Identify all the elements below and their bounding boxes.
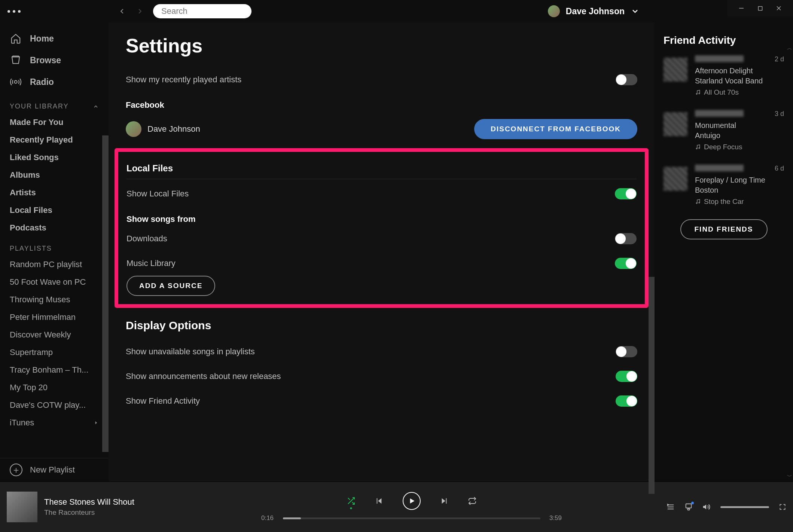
- sidebar-scrollbar[interactable]: [102, 135, 109, 452]
- toggle-downloads[interactable]: [615, 233, 637, 244]
- nav-forward-button[interactable]: [136, 7, 144, 15]
- sidebar-library-item[interactable]: Local Files: [10, 201, 99, 219]
- app-menu-dots[interactable]: [7, 10, 21, 13]
- svg-rect-15: [376, 498, 377, 504]
- setting-label: Show Friend Activity: [126, 396, 200, 406]
- svg-marker-25: [703, 505, 706, 510]
- search-input[interactable]: [161, 6, 264, 16]
- sidebar-library-item[interactable]: Podcasts: [10, 219, 99, 236]
- friend-time: 3 d: [775, 110, 784, 118]
- queue-button[interactable]: [667, 503, 675, 511]
- chevron-up-icon[interactable]: [93, 104, 99, 110]
- local-files-highlight: Local Files Show Local Files Show songs …: [115, 148, 649, 308]
- fullscreen-button[interactable]: [779, 503, 786, 511]
- friend-activity-item[interactable]: Foreplay / Long TimeBostonStop the Car6 …: [664, 165, 784, 206]
- sidebar-library-item[interactable]: Recently Played: [10, 131, 99, 149]
- now-playing-track[interactable]: These Stones Will Shout: [44, 497, 134, 507]
- display-options-header: Display Options: [126, 315, 637, 337]
- friend-track: Afternoon Delight: [695, 66, 784, 76]
- radio-icon: [10, 76, 22, 88]
- toggle-announcements[interactable]: [616, 371, 637, 382]
- player-bar: These Stones Will Shout The Raconteurs 0…: [0, 481, 793, 532]
- search-box[interactable]: [153, 4, 251, 18]
- devices-button[interactable]: [684, 503, 693, 511]
- svg-rect-24: [687, 509, 690, 510]
- facebook-username: Dave Johnson: [147, 124, 200, 134]
- window-minimize-button[interactable]: [738, 4, 745, 12]
- svg-point-12: [696, 203, 697, 204]
- total-time: 3:59: [546, 514, 565, 522]
- sidebar-library-item[interactable]: Artists: [10, 184, 99, 201]
- shuffle-button[interactable]: [347, 496, 356, 505]
- volume-slider[interactable]: [720, 506, 769, 508]
- toggle-friend-activity[interactable]: [616, 395, 637, 407]
- sidebar-playlist-item[interactable]: 50 Foot Wave on PC: [10, 273, 99, 291]
- sidebar-library-item[interactable]: Made For You: [10, 113, 99, 131]
- sidebar-library-item[interactable]: Liked Songs: [10, 149, 99, 166]
- sidebar-playlist-item[interactable]: Dave's COTW play...: [10, 396, 99, 414]
- user-avatar[interactable]: [548, 5, 560, 17]
- play-button[interactable]: [403, 492, 421, 510]
- sidebar-playlist-item[interactable]: Throwing Muses: [10, 291, 99, 308]
- friend-name-blurred: [695, 110, 744, 117]
- nav-back-button[interactable]: [118, 7, 126, 15]
- friend-name-blurred: [695, 55, 744, 62]
- sidebar-playlist-item[interactable]: iTunes: [10, 414, 99, 431]
- toggle-unavailable-songs[interactable]: [616, 346, 637, 357]
- sidebar-playlist-item[interactable]: Supertramp: [10, 343, 99, 361]
- svg-rect-18: [446, 498, 446, 504]
- friend-playlist: Deep Focus: [695, 143, 784, 151]
- previous-button[interactable]: [375, 497, 383, 505]
- window-maximize-button[interactable]: [756, 4, 764, 12]
- sidebar-playlist-item[interactable]: My Top 20: [10, 379, 99, 396]
- friend-track: Monumental: [695, 120, 784, 131]
- friend-activity-item[interactable]: MonumentalAntuigoDeep Focus3 d: [664, 110, 784, 151]
- volume-button[interactable]: [702, 503, 711, 511]
- window-close-button[interactable]: [775, 4, 783, 12]
- sidebar-library-item[interactable]: Albums: [10, 166, 99, 184]
- friend-activity-panel: ︿ Friend Activity Afternoon DelightStarl…: [655, 22, 793, 481]
- sidebar-label: Radio: [30, 77, 54, 87]
- progress-bar[interactable]: [283, 517, 540, 519]
- next-button[interactable]: [440, 497, 448, 505]
- friend-activity-header: Friend Activity: [664, 34, 784, 46]
- friend-playlist: Stop the Car: [695, 198, 784, 206]
- find-friends-button[interactable]: FIND FRIENDS: [680, 219, 768, 239]
- friend-cover: [664, 112, 687, 136]
- repeat-button[interactable]: [468, 496, 477, 505]
- disconnect-facebook-button[interactable]: DISCONNECT FROM FACEBOOK: [474, 119, 637, 139]
- sidebar-playlist-item[interactable]: Discover Weekly: [10, 326, 99, 343]
- sidebar-playlist-item[interactable]: Random PC playlist: [10, 256, 99, 273]
- friend-playlist: All Out 70s: [695, 88, 784, 97]
- toggle-music-library[interactable]: [615, 258, 637, 269]
- toggle-show-recent[interactable]: [616, 74, 637, 85]
- setting-label: Music Library: [126, 259, 176, 268]
- scroll-down-icon[interactable]: ﹀: [787, 473, 792, 480]
- friend-activity-item[interactable]: Afternoon DelightStarland Vocal BandAll …: [664, 55, 784, 97]
- now-playing-artist[interactable]: The Raconteurs: [44, 508, 134, 517]
- user-menu-chevron[interactable]: [631, 7, 640, 16]
- sidebar-playlist-item[interactable]: Peter Himmelman: [10, 308, 99, 326]
- sidebar-label: Browse: [30, 55, 61, 65]
- sidebar-item-browse[interactable]: Browse: [10, 49, 105, 71]
- new-playlist-button[interactable]: ＋ New Playlist: [0, 458, 109, 481]
- toggle-show-local-files[interactable]: [615, 188, 637, 199]
- chevron-right-icon: [94, 420, 99, 425]
- friend-name-blurred: [695, 165, 744, 171]
- add-source-button[interactable]: ADD A SOURCE: [126, 276, 215, 296]
- setting-label: Show Local Files: [126, 189, 189, 199]
- sidebar-playlist-item[interactable]: Tracy Bonham – Th...: [10, 361, 99, 379]
- music-note-icon: [695, 89, 701, 95]
- plus-icon: ＋: [10, 464, 22, 476]
- now-playing-cover[interactable]: [7, 492, 37, 522]
- sidebar-item-radio[interactable]: Radio: [10, 71, 105, 93]
- friend-artist: Starland Vocal Band: [695, 76, 784, 86]
- svg-point-9: [699, 93, 700, 94]
- scroll-up-icon[interactable]: ︿: [787, 45, 792, 52]
- svg-point-11: [699, 147, 700, 149]
- settings-scrollbar[interactable]: [649, 277, 655, 494]
- music-note-icon: [695, 199, 701, 205]
- svg-point-10: [696, 148, 697, 149]
- sidebar-item-home[interactable]: Home: [10, 28, 105, 49]
- svg-point-8: [696, 94, 697, 95]
